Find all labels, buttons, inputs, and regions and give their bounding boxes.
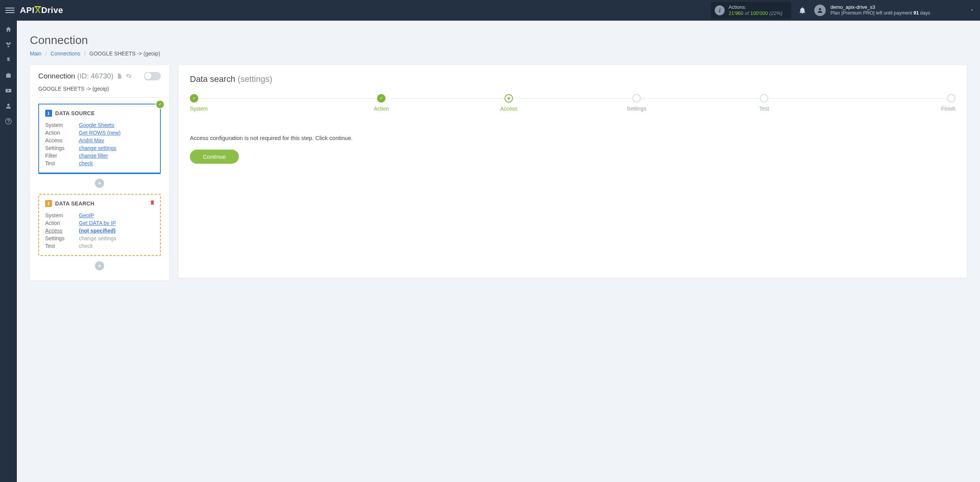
topbar: APIXDrive i Actions: 21'960 of 100'000 (…	[0, 0, 980, 21]
dsr-system-link[interactable]: GeoIP	[79, 212, 94, 218]
actions-counter[interactable]: i Actions: 21'960 of 100'000 (22%)	[711, 2, 791, 19]
add-block-button-2[interactable]: +	[95, 261, 104, 270]
breadcrumb-current: GOOGLE SHEETS -> (geoip)	[90, 50, 160, 57]
chevron-down-icon	[969, 7, 975, 14]
logo[interactable]: APIXDrive	[20, 5, 63, 15]
enable-toggle[interactable]	[144, 72, 161, 80]
breadcrumb-main[interactable]: Main	[30, 50, 41, 57]
actions-used: 21'960	[728, 10, 743, 16]
step-access[interactable]: Access	[445, 94, 573, 112]
ds-system-link[interactable]: Google Sheets	[79, 122, 114, 128]
step-progress: System Action Access Settings	[190, 94, 956, 112]
ds-access-link[interactable]: Andrii Mav	[79, 137, 104, 143]
connection-heading: Connection (ID: 46730)	[38, 72, 113, 80]
connection-panel: Connection (ID: 46730) GOOGLE SHEETS -> …	[30, 65, 169, 280]
actions-label: Actions:	[728, 4, 782, 10]
ds-filter-link[interactable]: change filter	[79, 153, 108, 159]
connection-name: GOOGLE SHEETS -> (geoip)	[38, 86, 161, 98]
youtube-icon[interactable]	[5, 87, 12, 94]
data-source-block[interactable]: 1DATA SOURCE SystemGoogle Sheets ActionG…	[38, 104, 161, 173]
ds-settings-link[interactable]: change settings	[79, 145, 116, 151]
breadcrumb: Main / Connections / GOOGLE SHEETS -> (g…	[30, 50, 967, 57]
step-finish[interactable]: Finish	[828, 94, 956, 112]
continue-button[interactable]: Continue	[190, 150, 239, 164]
user-menu[interactable]: demo_apix-drive_s3 Plan |Premium PRO| le…	[814, 4, 975, 16]
step-test[interactable]: Test	[700, 94, 828, 112]
dsr-test-text: check	[79, 243, 93, 249]
step-system[interactable]: System	[190, 94, 317, 112]
ds-action-link[interactable]: Get ROWS (new)	[79, 130, 121, 136]
user-plan: Plan |Premium PRO| left until payment 91…	[830, 10, 930, 16]
dsr-access-link[interactable]: (not specified)	[79, 228, 116, 234]
dsr-settings-text: change settings	[79, 235, 116, 241]
help-icon[interactable]	[5, 118, 12, 125]
trash-icon[interactable]	[149, 199, 155, 205]
dollar-icon[interactable]	[5, 57, 12, 64]
svg-point-1	[7, 104, 10, 106]
page-title: Connection	[30, 34, 967, 47]
user-name: demo_apix-drive_s3	[830, 4, 930, 10]
gear-icon[interactable]	[126, 73, 132, 79]
ds-test-link[interactable]: check	[79, 160, 93, 166]
dsr-action-link[interactable]: Get DATA by IP	[79, 220, 116, 226]
panel-title: Data search (settings)	[190, 74, 956, 84]
check-icon	[155, 100, 165, 109]
step-action[interactable]: Action	[317, 94, 445, 112]
menu-toggle[interactable]	[5, 6, 15, 15]
actions-of: of	[743, 10, 750, 16]
settings-panel: Data search (settings) System Action	[178, 65, 967, 278]
user-icon[interactable]	[5, 103, 12, 109]
document-icon[interactable]	[116, 73, 122, 79]
info-icon: i	[715, 5, 725, 15]
bell-icon[interactable]	[798, 6, 807, 15]
block-title: DATA SOURCE	[55, 110, 95, 116]
actions-percent: (22%)	[769, 10, 782, 16]
step-settings[interactable]: Settings	[573, 94, 700, 112]
actions-total: 100'000	[750, 10, 768, 16]
avatar-icon	[814, 5, 826, 16]
access-message: Access configuration is not required for…	[190, 135, 956, 141]
home-icon[interactable]	[5, 26, 12, 33]
svg-point-0	[819, 8, 821, 10]
sidebar-rail	[0, 21, 17, 293]
block-title: DATA SEARCH	[55, 200, 95, 207]
add-block-button[interactable]: +	[95, 179, 104, 188]
briefcase-icon[interactable]	[5, 72, 12, 79]
breadcrumb-connections[interactable]: Connections	[51, 50, 80, 57]
connections-icon[interactable]	[5, 41, 12, 48]
data-search-block[interactable]: 2DATA SEARCH SystemGeoIP ActionGet DATA …	[38, 194, 161, 256]
